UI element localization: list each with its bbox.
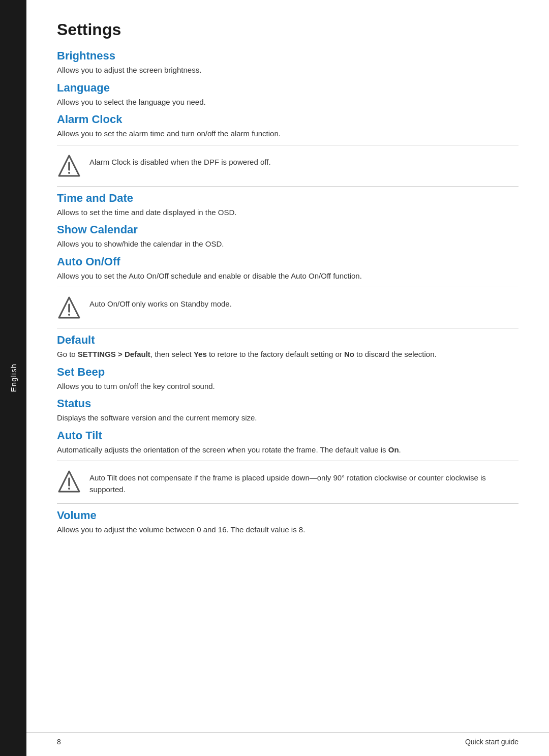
time-and-date-desc: Allows to set the time and date displaye…	[57, 207, 518, 219]
svg-point-8	[68, 488, 70, 490]
show-calendar-title: Show Calendar	[57, 223, 518, 236]
section-time-and-date: Time and Date Allows to set the time and…	[57, 192, 518, 219]
default-desc-bold-2: Yes	[194, 350, 207, 358]
section-default: Default Go to SETTINGS > Default, then s…	[57, 334, 518, 360]
brightness-title: Brightness	[57, 49, 518, 63]
warning-icon-2	[57, 295, 81, 320]
auto-tilt-title: Auto Tilt	[57, 429, 518, 442]
section-status: Status Displays the software version and…	[57, 397, 518, 424]
alarm-clock-desc: Allows you to set the alarm time and tur…	[57, 128, 518, 140]
set-beep-title: Set Beep	[57, 366, 518, 379]
section-auto-on-off: Auto On/Off Allows you to set the Auto O…	[57, 255, 518, 329]
svg-point-2	[68, 172, 70, 174]
language-desc: Allows you to select the language you ne…	[57, 97, 518, 108]
default-title: Default	[57, 334, 518, 347]
section-language: Language Allows you to select the langua…	[57, 81, 518, 108]
brightness-desc: Allows you to adjust the screen brightne…	[57, 65, 518, 76]
main-content: Settings Brightness Allows you to adjust…	[26, 0, 549, 756]
section-alarm-clock: Alarm Clock Allows you to set the alarm …	[57, 113, 518, 187]
alarm-clock-note-text: Alarm Clock is disabled when the DPF is …	[89, 154, 271, 168]
auto-on-off-divider-top	[57, 287, 518, 287]
section-show-calendar: Show Calendar Allows you to show/hide th…	[57, 223, 518, 250]
svg-point-5	[68, 314, 70, 316]
volume-title: Volume	[57, 509, 518, 522]
alarm-clock-divider-top	[57, 145, 518, 145]
footer: 8 Quick start guide	[26, 732, 549, 746]
time-and-date-title: Time and Date	[57, 192, 518, 205]
warning-icon	[57, 154, 81, 178]
sidebar: English	[0, 0, 26, 756]
section-brightness: Brightness Allows you to adjust the scre…	[57, 49, 518, 76]
warning-icon-3	[57, 469, 81, 494]
auto-tilt-note: Auto Tilt does not compensate if the fra…	[57, 466, 518, 498]
auto-on-off-desc: Allows you to set the Auto On/Off schedu…	[57, 270, 518, 282]
auto-tilt-bold: On	[388, 445, 399, 454]
sidebar-language-label: English	[9, 364, 18, 392]
default-desc-bold-3: No	[344, 350, 354, 358]
section-set-beep: Set Beep Allows you to turn on/off the k…	[57, 366, 518, 392]
status-desc: Displays the software version and the cu…	[57, 412, 518, 424]
auto-on-off-note: Auto On/Off only works on Standby mode.	[57, 292, 518, 323]
auto-on-off-title: Auto On/Off	[57, 255, 518, 268]
volume-desc: Allows you to adjust the volume between …	[57, 524, 518, 536]
footer-page-number: 8	[57, 738, 61, 746]
auto-tilt-desc: Automatically adjusts the orientation of…	[57, 444, 518, 456]
alarm-clock-note: Alarm Clock is disabled when the DPF is …	[57, 150, 518, 181]
language-title: Language	[57, 81, 518, 95]
footer-guide-label: Quick start guide	[465, 738, 518, 746]
auto-tilt-note-text: Auto Tilt does not compensate if the fra…	[89, 469, 518, 495]
section-auto-tilt: Auto Tilt Automatically adjusts the orie…	[57, 429, 518, 504]
auto-on-off-divider-bottom	[57, 328, 518, 328]
alarm-clock-title: Alarm Clock	[57, 113, 518, 126]
set-beep-desc: Allows you to turn on/off the key contro…	[57, 381, 518, 392]
page-title: Settings	[57, 20, 518, 39]
auto-tilt-divider-top	[57, 461, 518, 461]
section-volume: Volume Allows you to adjust the volume b…	[57, 509, 518, 536]
auto-tilt-divider-bottom	[57, 503, 518, 504]
status-title: Status	[57, 397, 518, 410]
default-desc: Go to SETTINGS > Default, then select Ye…	[57, 349, 518, 360]
alarm-clock-divider-bottom	[57, 186, 518, 187]
default-desc-bold-1: SETTINGS > Default	[78, 350, 150, 358]
auto-on-off-note-text: Auto On/Off only works on Standby mode.	[89, 295, 232, 310]
show-calendar-desc: Allows you to show/hide the calendar in …	[57, 238, 518, 250]
